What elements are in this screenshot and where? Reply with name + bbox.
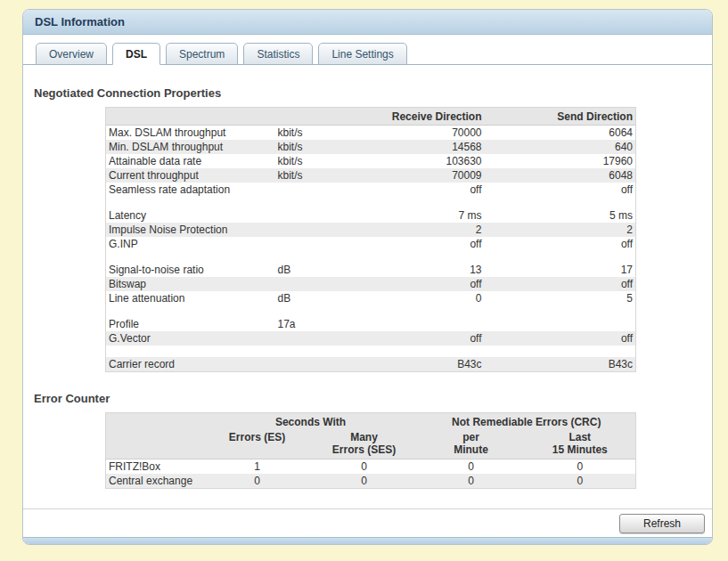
property-row: Max. DSLAM throughputkbit/s700006064 (106, 126, 636, 141)
property-label-cell: Min. DSLAM throughput (106, 140, 275, 154)
send-value-cell: 640 (485, 140, 636, 154)
receive-value-cell: 2 (378, 223, 485, 237)
receive-value-cell: 0 (378, 291, 485, 305)
header-per-minute: per Minute (418, 430, 525, 459)
send-value-cell: 2 (485, 223, 636, 237)
tab-bar: Overview DSL Spectrum Statistics Line Se… (23, 35, 712, 65)
tab-spectrum[interactable]: Spectrum (166, 43, 238, 65)
panel-bottom-bar (23, 537, 712, 544)
property-row: Impulse Noise Protection22 (106, 223, 636, 237)
send-value-cell: 17 (485, 263, 636, 277)
property-unit-cell: dB (275, 263, 378, 277)
property-unit-cell (275, 208, 378, 223)
tab-dsl[interactable]: DSL (112, 43, 160, 65)
property-unit-cell: 17a (275, 317, 378, 331)
property-unit-cell (275, 223, 378, 237)
header-group-crc: Not Remediable Errors (CRC) (418, 413, 636, 431)
property-row: Bitswapoffoff (106, 277, 636, 291)
crc-per-minute-cell: 0 (418, 474, 525, 489)
property-row: Signal-to-noise ratiodB1317 (106, 263, 636, 277)
page-title: DSL Information (35, 15, 125, 28)
footer-bar: Refresh (23, 508, 712, 538)
property-unit-cell (275, 183, 378, 197)
header-empty (106, 108, 275, 126)
property-unit-cell (275, 357, 378, 372)
property-unit-cell (275, 237, 378, 251)
property-label-cell: Impulse Noise Protection (106, 223, 275, 237)
receive-value-cell: B43c (378, 357, 485, 372)
property-label-cell: Max. DSLAM throughput (106, 126, 275, 141)
send-value-cell: 17960 (485, 154, 636, 168)
send-value-cell: off (485, 237, 636, 251)
properties-header-row: Receive Direction Send Direction (106, 108, 636, 126)
send-value-cell: off (485, 183, 636, 197)
spacer-cell (106, 197, 636, 208)
spacer-row (106, 346, 636, 357)
panel-titlebar: DSL Information (23, 10, 712, 35)
spacer-row (106, 197, 636, 208)
property-row: Line attenuationdB05 (106, 291, 636, 305)
dsl-information-panel: DSL Information Overview DSL Spectrum St… (22, 9, 713, 545)
section-title-error-counter: Error Counter (34, 392, 703, 405)
property-row: Attainable data ratekbit/s10363017960 (106, 154, 636, 168)
refresh-button[interactable]: Refresh (619, 514, 705, 533)
spacer-cell (106, 251, 636, 263)
error-source-cell: Central exchange (106, 474, 204, 489)
property-label-cell: Signal-to-noise ratio (106, 263, 275, 277)
property-label-cell: Carrier record (106, 357, 275, 372)
tab-statistics[interactable]: Statistics (243, 43, 313, 65)
header-send-direction: Send Direction (485, 108, 636, 126)
property-label-cell: Current throughput (106, 168, 275, 183)
many-errors-ses-cell: 0 (311, 474, 418, 489)
property-row: G.INPoffoff (106, 237, 636, 251)
property-label-cell: G.Vector (106, 331, 275, 346)
spacer-cell (106, 346, 636, 357)
error-row: FRITZ!Box1000 (106, 459, 636, 475)
property-unit-cell: kbit/s (275, 154, 378, 168)
receive-value-cell: off (378, 331, 485, 346)
property-unit-cell (275, 277, 378, 291)
property-row: Current throughputkbit/s700096048 (106, 168, 636, 183)
crc-per-minute-cell: 0 (418, 459, 525, 475)
content-area: Negotiated Connection Properties Receive… (23, 65, 712, 489)
header-empty (275, 108, 378, 126)
errors-es-cell: 1 (204, 459, 311, 475)
receive-value-cell: 103630 (378, 154, 485, 168)
send-value-cell: off (485, 331, 636, 346)
property-unit-cell: kbit/s (275, 168, 378, 183)
header-empty (106, 413, 204, 431)
receive-value-cell: 7 ms (378, 208, 485, 223)
receive-value-cell: 14568 (378, 140, 485, 154)
send-value-cell: 5 ms (485, 208, 636, 223)
send-value-cell: off (485, 277, 636, 291)
property-label-cell: Bitswap (106, 277, 275, 291)
tab-overview[interactable]: Overview (36, 43, 107, 65)
property-row: Seamless rate adaptationoffoff (106, 183, 636, 197)
send-value-cell: 5 (485, 291, 636, 305)
many-errors-ses-cell: 0 (311, 459, 418, 475)
property-label-cell: Line attenuation (106, 291, 275, 305)
property-row: G.Vectoroffoff (106, 331, 636, 346)
section-title-negotiated: Negotiated Connection Properties (34, 86, 703, 100)
header-empty (106, 430, 204, 459)
spacer-cell (106, 305, 636, 317)
property-label-cell: G.INP (106, 237, 275, 251)
property-unit-cell: kbit/s (275, 126, 378, 141)
header-last-15-minutes: Last 15 Minutes (525, 430, 636, 459)
tab-line-settings[interactable]: Line Settings (318, 43, 406, 65)
send-value-cell: B43c (485, 357, 636, 372)
error-column-header-row: Errors (ES) Many Errors (SES) per Minute… (106, 430, 636, 459)
errors-es-cell: 0 (204, 474, 311, 489)
send-value-cell: 6048 (485, 168, 636, 183)
send-value-cell: 6064 (485, 126, 636, 141)
property-row: Profile17a (106, 317, 636, 331)
header-errors-es: Errors (ES) (204, 430, 311, 459)
negotiated-properties-table: Receive Direction Send Direction Max. DS… (105, 107, 636, 372)
property-unit-cell: kbit/s (275, 140, 378, 154)
spacer-row (106, 251, 636, 263)
send-value-cell (485, 317, 636, 331)
receive-value-cell: 70009 (378, 168, 485, 183)
property-label-cell: Attainable data rate (106, 154, 275, 168)
receive-value-cell: off (378, 237, 485, 251)
property-row: Min. DSLAM throughputkbit/s14568640 (106, 140, 636, 154)
